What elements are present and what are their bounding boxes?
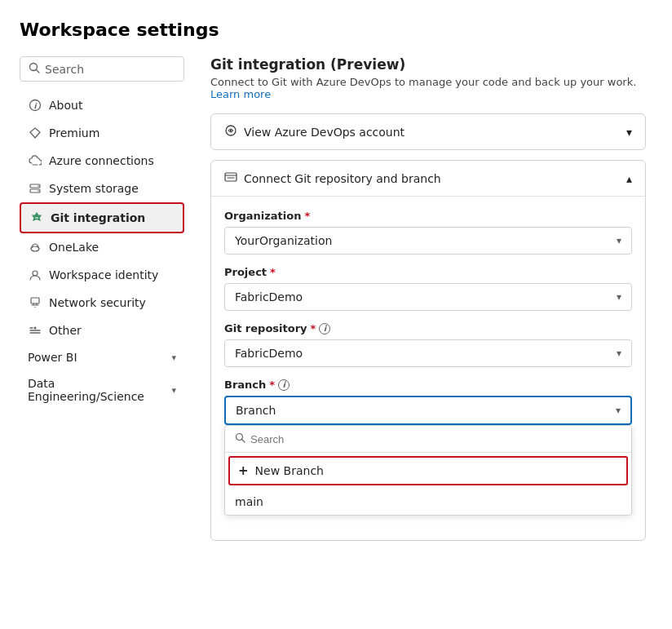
onelake-icon (28, 240, 42, 255)
git-repository-required: * (311, 322, 316, 334)
svg-rect-11 (31, 298, 39, 303)
svg-point-7 (38, 185, 39, 187)
sidebar-item-system-storage[interactable]: System storage (20, 175, 184, 202)
data-engineering-section[interactable]: Data Engineering/Science ▾ (20, 370, 184, 410)
sidebar-item-git-integration-label: Git integration (51, 211, 145, 224)
devops-icon (224, 124, 237, 140)
svg-point-8 (38, 190, 39, 192)
project-required: * (270, 266, 276, 278)
branch-value: Branch (236, 404, 276, 417)
sidebar-item-workspace-identity[interactable]: Workspace identity (20, 261, 184, 289)
accordion2-body: Organization * YourOrganization ▾ Projec… (211, 196, 645, 540)
accordion2-chevron-icon: ▴ (626, 172, 632, 185)
diamond-icon (28, 126, 42, 140)
data-engineering-label: Data Engineering/Science (28, 377, 171, 403)
accordion-view-devops: View Azure DevOps account ▾ (210, 113, 646, 150)
power-bi-chevron-icon: ▾ (171, 352, 176, 363)
branch-chevron-icon: ▾ (616, 405, 621, 416)
sidebar-item-azure-connections-label: Azure connections (49, 154, 154, 167)
data-engineering-chevron-icon: ▾ (171, 385, 176, 396)
accordion1-chevron-icon: ▾ (626, 126, 632, 139)
accordion-connect-git: Connect Git repository and branch ▴ Orga… (210, 160, 646, 541)
organization-value: YourOrganization (235, 234, 332, 247)
search-placeholder: Search (45, 63, 84, 76)
branch-search-icon (235, 432, 245, 445)
project-value: FabricDemo (235, 290, 303, 303)
branch-option-main[interactable]: main (225, 489, 631, 515)
identity-icon (28, 268, 42, 282)
svg-point-9 (31, 246, 39, 251)
organization-chevron-icon: ▾ (617, 235, 621, 246)
project-dropdown[interactable]: FabricDemo ▾ (224, 283, 632, 311)
git-repository-value: FabricDemo (235, 347, 303, 360)
new-branch-item[interactable]: + New Branch (228, 456, 628, 485)
network-icon (28, 295, 42, 310)
main-content: Git integration (Preview) Connect to Git… (191, 56, 646, 551)
accordion-connect-git-header[interactable]: Connect Git repository and branch ▴ (211, 161, 645, 196)
section-desc-text: Connect to Git with Azure DevOps to mana… (210, 76, 636, 88)
sidebar-item-azure-connections[interactable]: Azure connections (20, 147, 184, 175)
svg-point-10 (33, 271, 38, 276)
git-repository-dropdown[interactable]: FabricDemo ▾ (224, 339, 632, 367)
branch-required: * (269, 379, 275, 391)
branch-info-icon[interactable]: i (278, 379, 290, 391)
git-connect-icon (224, 171, 237, 186)
section-desc: Connect to Git with Azure DevOps to mana… (210, 76, 646, 100)
branch-search-box[interactable] (225, 426, 631, 453)
accordion-view-devops-left: View Azure DevOps account (224, 124, 405, 140)
organization-label: Organization * (224, 210, 632, 222)
other-icon (28, 323, 42, 338)
git-repository-label: Git repository * i (224, 322, 632, 334)
search-icon (29, 62, 40, 76)
sidebar-item-onelake[interactable]: OneLake (20, 233, 184, 261)
power-bi-section[interactable]: Power BI ▾ (20, 344, 184, 370)
branch-label: Branch * i (224, 379, 632, 391)
accordion-connect-git-left: Connect Git repository and branch (224, 171, 441, 186)
svg-text:i: i (33, 102, 38, 110)
sidebar-item-about[interactable]: i About (20, 91, 184, 119)
svg-rect-18 (225, 173, 237, 181)
storage-icon (28, 181, 42, 196)
sidebar-item-other[interactable]: Other (20, 317, 184, 344)
svg-line-20 (242, 440, 245, 443)
git-repository-info-icon[interactable]: i (319, 323, 330, 334)
learn-more-link[interactable]: Learn more (210, 88, 271, 100)
sidebar-item-premium-label: Premium (49, 126, 99, 140)
sidebar-item-workspace-identity-label: Workspace identity (49, 268, 158, 281)
sidebar-item-onelake-label: OneLake (49, 241, 99, 254)
sidebar-item-network-security[interactable]: Network security (20, 289, 184, 317)
sidebar-item-premium[interactable]: Premium (20, 119, 184, 147)
sidebar-item-about-label: About (49, 99, 82, 112)
new-branch-label: New Branch (255, 464, 324, 477)
project-chevron-icon: ▾ (617, 291, 621, 303)
page-title: Workspace settings (20, 20, 646, 40)
sidebar-item-git-integration[interactable]: Git integration (20, 202, 184, 233)
branch-dropdown[interactable]: Branch ▾ (224, 396, 632, 425)
sidebar-item-other-label: Other (49, 324, 82, 337)
search-box[interactable]: Search (20, 56, 184, 82)
info-icon: i (28, 98, 42, 113)
layout: Search i About Premium (20, 56, 646, 551)
git-repository-chevron-icon: ▾ (617, 348, 621, 359)
power-bi-label: Power BI (28, 351, 77, 364)
branch-dropdown-menu: + New Branch main (224, 425, 632, 516)
cloud-icon (28, 153, 42, 168)
accordion1-label: View Azure DevOps account (244, 126, 405, 139)
accordion2-label: Connect Git repository and branch (244, 172, 441, 185)
workspace-settings-page: Workspace settings Search i (0, 0, 672, 570)
git-icon (29, 210, 44, 225)
svg-point-17 (230, 130, 232, 132)
svg-point-15 (34, 327, 37, 330)
sidebar-item-system-storage-label: System storage (49, 182, 139, 195)
accordion-view-devops-header[interactable]: View Azure DevOps account ▾ (211, 114, 645, 149)
plus-icon: + (238, 463, 249, 478)
svg-marker-4 (30, 128, 40, 138)
section-title: Git integration (Preview) (210, 56, 646, 73)
organization-required: * (304, 210, 310, 222)
organization-dropdown[interactable]: YourOrganization ▾ (224, 227, 632, 255)
svg-line-1 (37, 70, 40, 73)
sidebar: Search i About Premium (20, 56, 191, 551)
branch-search-input[interactable] (250, 433, 621, 445)
sidebar-item-network-security-label: Network security (49, 296, 146, 309)
project-label: Project * (224, 266, 632, 278)
